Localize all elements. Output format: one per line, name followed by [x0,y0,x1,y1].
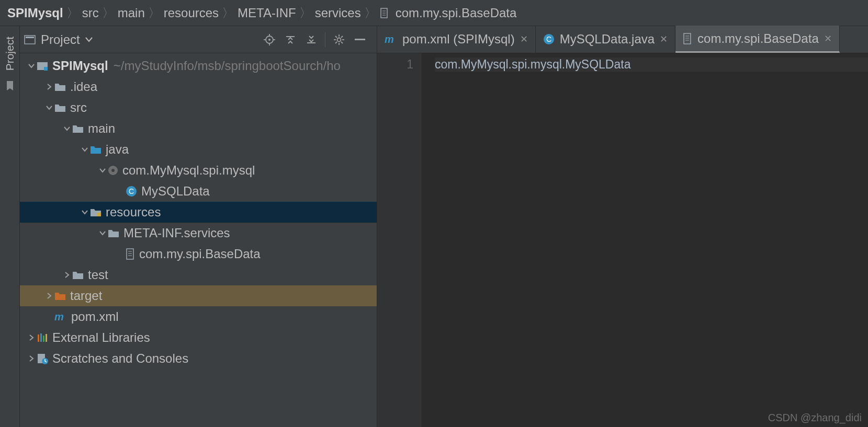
breadcrumb-item[interactable]: main [118,6,145,20]
project-tree[interactable]: SPIMysql~/myStudyInfo/msb/springbootSour… [20,53,377,427]
breadcrumb-item[interactable]: com.my.spi.BaseData [396,6,517,20]
svg-rect-37 [40,333,42,342]
svg-text:m: m [54,311,64,322]
settings-button[interactable] [329,29,350,50]
close-icon[interactable]: ✕ [824,33,832,44]
breadcrumb-sep: 〉 [148,5,161,21]
tab-label: pom.xml (SPIMysql) [402,32,515,47]
svg-point-27 [111,169,115,172]
tree-row[interactable]: SPIMysql~/myStudyInfo/msb/springbootSour… [20,55,377,76]
breadcrumb-item[interactable]: META-INF [238,6,296,20]
tree-label: com.MyMysql.spi.mysql [122,163,255,178]
svg-line-20 [341,42,343,43]
close-icon[interactable]: ✕ [520,33,528,45]
module-icon [37,61,48,71]
tree-row[interactable]: Scratches and Consoles [20,348,377,369]
file-icon [380,8,389,18]
tree-label: External Libraries [52,330,150,345]
tab-label: com.my.spi.BaseData [697,31,819,46]
tree-label: MySQLData [141,184,210,199]
tree-label: test [88,268,108,282]
chevron-right-icon[interactable] [26,334,37,341]
editor-tab[interactable]: CMySQLData.java✕ [536,26,675,53]
editor-tab[interactable]: mpom.xml (SPIMysql)✕ [377,26,536,53]
breadcrumb-item[interactable]: src [82,6,99,20]
project-sidebar: Project SPIMysql~/myStudyInfo/msb/spring… [20,26,377,427]
svg-line-21 [335,42,337,43]
hide-button[interactable] [350,29,370,50]
tree-row[interactable]: target [20,285,377,306]
chevron-down-icon[interactable] [44,105,54,111]
tree-row[interactable]: resources [20,202,377,223]
breadcrumb-item[interactable]: resources [164,6,219,20]
svg-rect-31 [127,249,133,259]
chevron-right-icon[interactable] [62,272,72,278]
file-icon [683,33,692,44]
tree-row[interactable]: main [20,118,377,139]
maven-icon: m [385,34,397,44]
tree-row[interactable]: src [20,97,377,118]
close-icon[interactable]: ✕ [660,33,668,45]
sidebar-view-selector[interactable]: Project [24,32,93,47]
libs-icon [37,332,48,343]
tree-label: Scratches and Consoles [52,351,188,366]
breadcrumb-sep: 〉 [102,5,115,21]
chevron-down-icon[interactable] [80,146,90,153]
file-icon [126,248,135,260]
code-line: com.MyMysql.spi.mysql.MySQLData [435,57,868,72]
tree-row[interactable]: .idea [20,76,377,97]
breadcrumb-sep: 〉 [364,5,377,21]
maven-icon: m [54,311,67,322]
class-icon: C [543,33,555,45]
chevron-down-icon[interactable] [62,125,72,132]
folder-target-icon [54,291,66,301]
svg-rect-30 [97,213,101,216]
breadcrumb-item[interactable]: SPIMysql [7,6,63,20]
tree-label: .idea [70,79,97,94]
tool-strip: Project [0,26,20,427]
bookmark-icon[interactable] [5,80,15,91]
tree-row[interactable]: java [20,139,377,160]
folder-res-icon [90,207,102,217]
gutter: 1 [377,53,421,427]
breadcrumb-sep: 〉 [299,5,312,21]
chevron-right-icon[interactable] [44,84,54,90]
tree-row[interactable]: com.my.spi.BaseData [20,244,377,264]
tree-label: META-INF.services [123,226,230,240]
chevron-right-icon[interactable] [26,355,37,362]
tree-label: com.my.spi.BaseData [139,247,261,261]
breadcrumb-item[interactable]: services [315,6,361,20]
svg-rect-36 [38,334,39,342]
expand-all-button[interactable] [280,29,301,50]
chevron-down-icon[interactable] [80,209,90,215]
locate-button[interactable] [259,29,280,50]
tool-project-label[interactable]: Project [4,37,16,71]
editor-tab[interactable]: com.my.spi.BaseData✕ [675,26,840,53]
chevron-down-icon[interactable] [97,167,108,174]
chevron-down-icon[interactable] [26,63,37,69]
folder-src-icon [90,145,102,154]
tree-row[interactable]: test [20,264,377,285]
code-area[interactable]: 1 com.MyMysql.spi.mysql.MySQLData [377,53,868,427]
tree-hint: ~/myStudyInfo/msb/springbootSourch/ho [114,59,341,73]
tree-row[interactable]: mpom.xml [20,306,377,327]
tab-label: MySQLData.java [560,32,655,47]
tree-label: SPIMysql [52,59,108,73]
tree-row[interactable]: META-INF.services [20,223,377,244]
svg-point-14 [337,38,341,41]
tree-row[interactable]: CMySQLData [20,181,377,202]
chevron-down-icon[interactable] [97,230,108,236]
collapse-all-button[interactable] [301,29,322,50]
svg-point-7 [268,39,270,41]
svg-text:C: C [129,187,134,195]
class-icon: C [126,186,137,197]
sidebar-header: Project [20,26,377,53]
tree-row[interactable]: com.MyMysql.spi.mysql [20,160,377,181]
tree-row[interactable]: External Libraries [20,327,377,348]
code-text[interactable]: com.MyMysql.spi.mysql.MySQLData [421,53,868,427]
line-number: 1 [377,57,413,72]
breadcrumb-sep: 〉 [66,5,79,21]
svg-rect-5 [26,37,34,38]
chevron-right-icon[interactable] [44,293,54,299]
svg-rect-25 [44,67,48,71]
